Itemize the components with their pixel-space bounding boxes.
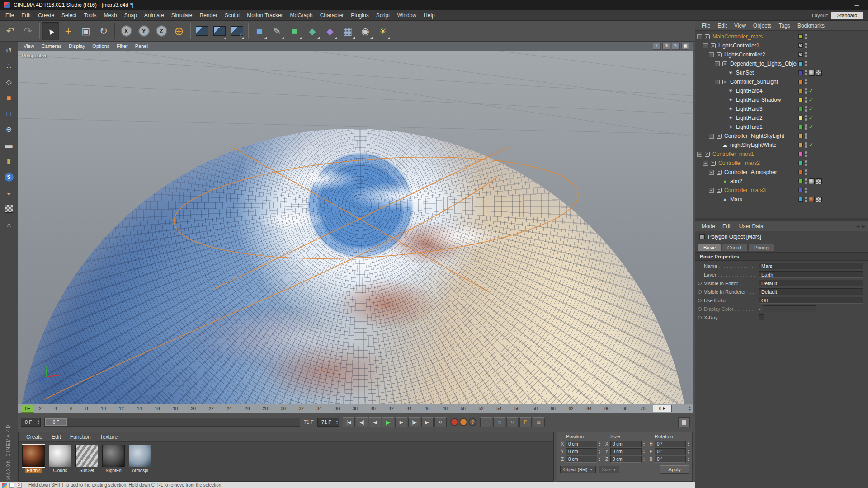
sculpt-badge-icon[interactable]: S bbox=[2, 171, 16, 183]
field-stepper-icons[interactable]: ▲▼ bbox=[599, 457, 601, 462]
visibility-dots-icon[interactable] bbox=[805, 133, 807, 139]
rotate-tool[interactable]: ↻ bbox=[95, 22, 112, 40]
materials-menu-create[interactable]: Create bbox=[22, 433, 47, 441]
visibility-dots-icon[interactable] bbox=[805, 61, 807, 66]
tree-item-lighthard4[interactable]: ☀LightHard4✓ bbox=[695, 86, 868, 95]
tab-phong[interactable]: Phong bbox=[749, 244, 774, 251]
layer-color-chip[interactable] bbox=[798, 179, 803, 183]
am-menu-edit[interactable]: Edit bbox=[719, 222, 736, 230]
add-spline-button[interactable]: ✎ bbox=[269, 22, 286, 40]
viewport-menu-panel[interactable]: Panel bbox=[132, 42, 151, 50]
am-menu-user-data[interactable]: User Data bbox=[736, 222, 767, 230]
x-ray-checkbox[interactable] bbox=[759, 314, 764, 320]
move-tool[interactable]: + bbox=[60, 22, 77, 40]
menu-snap[interactable]: Snap bbox=[121, 11, 141, 20]
add-deformer-button[interactable]: ◆ bbox=[321, 22, 339, 40]
om-menu-tags[interactable]: Tags bbox=[775, 22, 794, 30]
previous-key-button[interactable]: ◀| bbox=[356, 417, 368, 427]
visibility-dots-icon[interactable] bbox=[805, 70, 807, 75]
point-mode-icon[interactable]: ∴ bbox=[2, 60, 16, 73]
model-mode-icon[interactable]: □ bbox=[2, 108, 16, 120]
visibility-dots-icon[interactable] bbox=[805, 106, 807, 112]
viewport[interactable]: ViewCamerasDisplayOptionsFilterPanel +⊕↻… bbox=[18, 42, 693, 404]
field-stepper-icons[interactable]: ▲▼ bbox=[643, 457, 645, 462]
anim-dot-icon[interactable] bbox=[698, 282, 702, 285]
menu-help[interactable]: Help bbox=[420, 11, 439, 20]
menu-render[interactable]: Render bbox=[196, 11, 221, 20]
layer-color-chip[interactable] bbox=[798, 70, 803, 75]
key-pla-icon[interactable]: ▦ bbox=[533, 417, 545, 427]
tree-item-lighthard1[interactable]: ☀LightHard1✓ bbox=[695, 122, 868, 131]
materials-menu-texture[interactable]: Texture bbox=[96, 433, 122, 441]
field-stepper-icons[interactable]: ▲▼ bbox=[599, 450, 601, 454]
paint-bucket-icon[interactable]: ◒ bbox=[2, 187, 16, 199]
expander-icon[interactable]: − bbox=[709, 52, 714, 57]
goto-start-button[interactable]: |◀ bbox=[343, 417, 355, 427]
layer-color-chip[interactable] bbox=[798, 52, 803, 57]
material-atmospl[interactable]: Atmospl bbox=[128, 445, 152, 473]
scale-tool[interactable]: ▣ bbox=[77, 22, 94, 40]
current-frame-field[interactable]: 0 F ▴▾ bbox=[21, 418, 41, 427]
materials-menu-edit[interactable]: Edit bbox=[47, 433, 65, 441]
menu-animate[interactable]: Animate bbox=[141, 11, 168, 20]
tree-item-dependent-to-lights-objects[interactable]: −Dependent_to_Lights_Objects bbox=[695, 59, 868, 68]
position-y-field[interactable]: 0 cm bbox=[566, 448, 597, 455]
layer-color-chip[interactable] bbox=[798, 197, 803, 202]
expander-icon[interactable]: − bbox=[703, 161, 708, 166]
make-editable-icon[interactable]: ↺ bbox=[2, 44, 16, 57]
anim-dot-icon[interactable] bbox=[698, 316, 702, 319]
visibility-dots-icon[interactable] bbox=[805, 188, 807, 193]
visible-in-renderer-dropdown[interactable]: Default bbox=[759, 288, 863, 295]
next-key-button[interactable]: |▶ bbox=[408, 417, 420, 427]
tab-basic[interactable]: Basic bbox=[698, 244, 721, 251]
rotation-p-field[interactable]: 0 ° bbox=[655, 448, 686, 455]
tree-item-controller-mars1[interactable]: −Controller_mars1 bbox=[695, 150, 868, 159]
rotation-h-field[interactable]: 0 ° bbox=[655, 441, 686, 447]
layer-color-chip[interactable] bbox=[798, 116, 803, 120]
viewport-menu-display[interactable]: Display bbox=[65, 42, 89, 50]
layer-color-chip[interactable] bbox=[798, 170, 803, 174]
viewport-menu-view[interactable]: View bbox=[20, 42, 38, 50]
panel-splitter[interactable] bbox=[695, 218, 868, 221]
visibility-dots-icon[interactable] bbox=[805, 97, 807, 103]
visibility-dots-icon[interactable] bbox=[805, 142, 807, 148]
tree-item-lighthard-shadow[interactable]: ☀LightHard-Shadow✓ bbox=[695, 95, 868, 104]
key-parameter-icon[interactable]: P bbox=[519, 417, 532, 427]
pan-view-icon[interactable]: + bbox=[653, 43, 661, 50]
layer-color-chip[interactable] bbox=[798, 61, 803, 66]
key-scale-icon[interactable]: □ bbox=[493, 417, 505, 427]
live-selection-tool[interactable]: ▲ bbox=[42, 22, 59, 40]
visibility-dots-icon[interactable] bbox=[805, 197, 807, 202]
minimize-button[interactable]: ─ bbox=[849, 2, 864, 9]
visibility-dots-icon[interactable] bbox=[805, 52, 807, 57]
undo-icon[interactable]: ↶ bbox=[2, 22, 19, 40]
layer-color-chip[interactable] bbox=[798, 89, 803, 93]
menu-motion-tracker[interactable]: Motion Tracker bbox=[243, 11, 286, 20]
autokey-button[interactable] bbox=[459, 418, 467, 426]
add-generator-button[interactable]: ■ bbox=[286, 22, 303, 40]
field-stepper-icons[interactable]: ▲▼ bbox=[643, 450, 645, 454]
tree-item-lightscontroller2[interactable]: −LightsController2 bbox=[695, 50, 868, 59]
range-stepper-icons[interactable]: ▴▾ bbox=[335, 419, 339, 425]
size-y-field[interactable]: 0 cm bbox=[610, 448, 642, 455]
anim-dot-icon[interactable] bbox=[698, 290, 702, 294]
edge-mode-icon[interactable]: ◇ bbox=[2, 76, 16, 89]
expander-icon[interactable]: − bbox=[715, 80, 720, 84]
object-mode-dropdown[interactable]: Object (Rel)▼ bbox=[560, 466, 596, 473]
lock-icon[interactable]: ▮ bbox=[2, 155, 16, 168]
menu-file[interactable]: File bbox=[2, 11, 18, 20]
z-axis-lock[interactable]: Z bbox=[153, 22, 170, 40]
tree-item-controller-mars2[interactable]: −Controller_mars2 bbox=[695, 159, 868, 168]
sphere-mars-tag-icon[interactable] bbox=[809, 197, 815, 202]
om-menu-bookmarks[interactable]: Bookmarks bbox=[794, 22, 828, 30]
playhead[interactable]: 0F bbox=[21, 405, 34, 413]
tree-item-lighthard3[interactable]: ☀LightHard3✓ bbox=[695, 104, 868, 113]
position-z-field[interactable]: 0 cm bbox=[566, 456, 597, 463]
layer-color-chip[interactable] bbox=[798, 80, 803, 84]
next-frame-button[interactable]: ▶ bbox=[395, 417, 407, 427]
expand-arrow-icon[interactable]: ▸ bbox=[759, 307, 761, 311]
menu-character[interactable]: Character bbox=[316, 11, 348, 20]
menu-simulate[interactable]: Simulate bbox=[168, 11, 196, 20]
viewport-menu-filter[interactable]: Filter bbox=[113, 42, 131, 50]
checker-tag-icon[interactable] bbox=[816, 197, 822, 202]
